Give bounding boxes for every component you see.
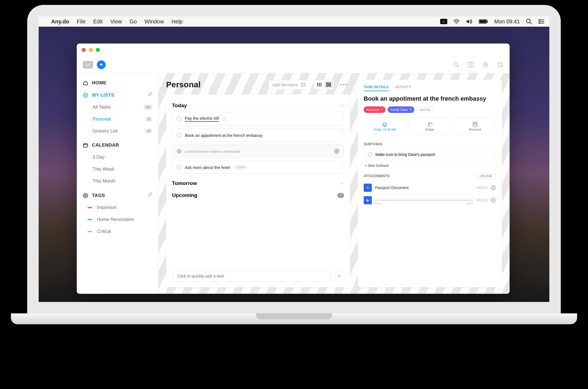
sidebar-calendar[interactable]: CALENDAR xyxy=(77,139,158,151)
chip-remove-icon[interactable]: ✕ xyxy=(409,108,412,111)
task-row[interactable]: Book an appotiment at the french embassy xyxy=(172,129,344,142)
task-row-completed[interactable]: Learn how to make a croissant ✕ xyxy=(172,144,344,158)
sidebar-home-label: HOME xyxy=(92,80,106,86)
chip-add-tag[interactable]: Add Tag xyxy=(416,106,433,113)
sidebar-cal-month[interactable]: This Month xyxy=(77,175,158,187)
quick-add-submit-button[interactable] xyxy=(334,271,344,281)
subtask-checkbox[interactable] xyxy=(368,152,372,157)
upload-button[interactable]: UPLOAD xyxy=(477,174,496,179)
task-label: Ask mom about the hotel xyxy=(185,165,230,170)
tab-activity[interactable]: ACTIVITY xyxy=(395,85,411,91)
sidebar-my-lists-label: MY LISTS xyxy=(92,92,114,98)
add-members-label: Add Members xyxy=(272,82,298,87)
window-traffic-lights xyxy=(77,44,510,56)
tab-task-details[interactable]: TASK DETAILS xyxy=(364,85,389,91)
add-button[interactable]: + xyxy=(97,60,106,69)
audio-start-time: 00:00 xyxy=(375,202,381,205)
details-tabs: TASK DETAILS ACTIVITY xyxy=(364,85,496,91)
sidebar-my-lists[interactable]: MY LISTS xyxy=(77,89,158,101)
delete-attachment-button[interactable]: ✕ xyxy=(491,185,496,190)
task-checkbox[interactable] xyxy=(177,133,182,138)
task-checkbox[interactable] xyxy=(177,165,182,170)
tag-label: Home Renovation xyxy=(97,217,134,222)
section-title: Upcoming xyxy=(172,192,197,198)
add-task-today-button[interactable]: ＋ xyxy=(340,103,344,109)
sidebar-item-all-tasks[interactable]: All Tasks 14 xyxy=(77,101,158,113)
more-menu-button[interactable]: ••• xyxy=(338,81,350,88)
checkmark-badge-icon[interactable] xyxy=(83,61,93,69)
svg-point-27 xyxy=(428,123,430,124)
quick-add-input[interactable] xyxy=(172,270,331,282)
list-item-label: Grocery List xyxy=(93,128,118,134)
remove-task-button[interactable]: ✕ xyxy=(334,149,339,154)
laptop-base xyxy=(11,313,577,324)
audio-progress-bar[interactable] xyxy=(375,199,473,201)
attachment-row[interactable]: ≡ Passport Document 3/06/18 ✕ xyxy=(364,181,496,194)
attachment-date: 2/03/18 xyxy=(476,198,487,202)
sidebar-tags[interactable]: TAGS xyxy=(77,189,158,202)
attachment-date: 3/06/18 xyxy=(476,186,487,190)
chip-label: Family Tasks xyxy=(390,108,408,111)
sidebar-cal-3day[interactable]: 3 Day xyxy=(77,151,158,163)
subtask-label: Make sure to bring Dave's passport xyxy=(375,152,435,157)
sidebar-tag-important[interactable]: Important xyxy=(77,202,158,214)
cal-item-label: 3 Day xyxy=(93,155,105,160)
task-details-card: TASK DETAILS ACTIVITY Book an appotiment… xyxy=(358,80,502,287)
list-item-label: Personal xyxy=(93,116,111,122)
laptop-frame: Any.do File Edit View Go Window Help ✓ M… xyxy=(27,5,561,335)
details-title: Book an appotiment at the french embassy xyxy=(364,95,496,103)
zoom-button[interactable] xyxy=(96,48,100,52)
cal-item-label: This Week xyxy=(93,166,114,172)
view-toggle xyxy=(314,80,334,89)
cal-item-label: This Month xyxy=(93,178,115,184)
list-header: Personal Add Members xyxy=(166,80,350,89)
quick-add-row xyxy=(172,270,344,282)
chip-label: Important xyxy=(366,108,379,111)
view-split-button[interactable] xyxy=(324,81,333,88)
search-icon[interactable] xyxy=(453,61,460,68)
info-assign-button[interactable]: Assign xyxy=(409,117,451,134)
svg-point-18 xyxy=(83,193,88,198)
edit-tags-icon[interactable] xyxy=(148,193,152,198)
main-panel: Personal Add Members xyxy=(158,73,510,294)
attachment-row[interactable]: ▶ 00:00 00:05 2/03/18 ✕ xyxy=(364,194,496,206)
attachments-title-label: ATTACHMENTS xyxy=(364,174,390,178)
task-row[interactable]: Pay the electric bill xyxy=(172,112,344,126)
sidebar-cal-week[interactable]: This Week xyxy=(77,163,158,175)
task-checkbox[interactable] xyxy=(177,149,182,154)
sidebar-tag-home-renovation[interactable]: Home Renovation xyxy=(77,214,158,226)
app-window: + HOME xyxy=(77,44,510,294)
svg-point-21 xyxy=(304,83,305,85)
sidebar-home[interactable]: HOME xyxy=(77,77,158,89)
sidebar-item-grocery[interactable]: Grocery List 8 xyxy=(77,125,158,137)
gear-icon[interactable] xyxy=(482,61,489,68)
sidebar-tag-critical[interactable]: Critical xyxy=(77,226,158,237)
info-label: Today, 11:30 AM xyxy=(366,128,403,131)
calendar-icon xyxy=(83,143,88,148)
edit-lists-icon[interactable] xyxy=(148,92,152,98)
info-list-button[interactable]: Personal xyxy=(454,117,496,134)
list-count-badge: 14 xyxy=(144,105,152,110)
new-subtask-button[interactable]: + New Subtask xyxy=(364,160,496,171)
sidebar-item-personal[interactable]: Personal 9 xyxy=(77,113,158,125)
chip-important[interactable]: Important✕ xyxy=(364,106,385,113)
subtask-row[interactable]: Make sure to bring Dave's passport xyxy=(364,149,496,160)
close-button[interactable] xyxy=(82,48,86,52)
play-icon[interactable]: ▶ xyxy=(364,196,372,204)
sync-icon[interactable] xyxy=(497,61,504,68)
minimize-button[interactable] xyxy=(89,48,93,52)
delete-attachment-button[interactable]: ✕ xyxy=(491,197,496,203)
chip-remove-icon[interactable]: ✕ xyxy=(381,108,383,111)
view-columns-button[interactable] xyxy=(315,81,323,88)
tasks-card: Today ＋ Pay the electric bill xyxy=(166,94,350,287)
chip-family-tasks[interactable]: Family Tasks✕ xyxy=(388,106,414,113)
add-members-button[interactable]: Add Members xyxy=(268,80,310,89)
list-count-badge: 9 xyxy=(145,117,152,122)
task-row[interactable]: Ask mom about the hotel 5:30PM xyxy=(172,161,344,174)
arrow-up-icon xyxy=(337,274,341,278)
book-icon[interactable] xyxy=(468,61,474,68)
task-checkbox[interactable] xyxy=(177,116,182,121)
info-reminder-button[interactable]: Today, 11:30 AM xyxy=(364,117,406,134)
add-task-tomorrow-button[interactable]: ＋ xyxy=(340,181,344,186)
attachment-label: Passport Document xyxy=(375,186,409,190)
